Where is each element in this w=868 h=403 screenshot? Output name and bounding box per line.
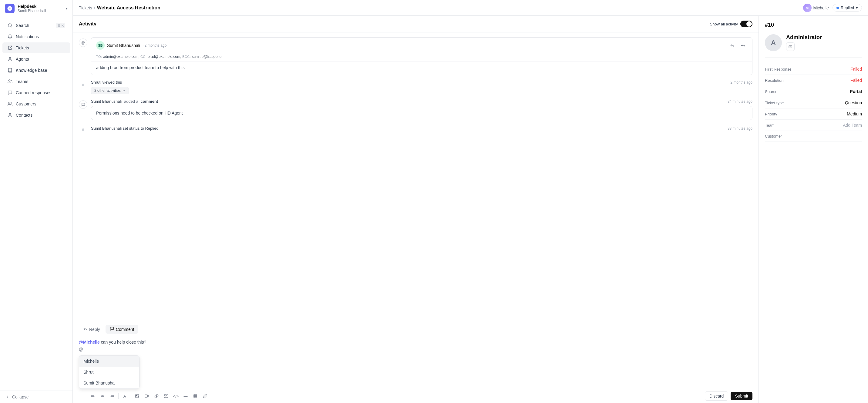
status-activity-time: 33 minutes ago: [727, 126, 752, 131]
sidebar-item-tickets[interactable]: Tickets: [2, 42, 70, 53]
sidebar-item-canned-responses[interactable]: Canned responses: [2, 87, 70, 98]
list-item: Sumit Bhanushali added a comment · 34 mi…: [79, 99, 752, 120]
align-center-button[interactable]: [98, 392, 107, 400]
quote-button[interactable]: [162, 392, 170, 400]
sidebar-chevron-icon[interactable]: ▾: [66, 6, 68, 11]
reply-icon[interactable]: [728, 41, 736, 50]
sidebar-item-teams[interactable]: Teams: [2, 76, 70, 87]
sidebar-item-contacts[interactable]: Contacts: [2, 110, 70, 121]
show-all-toggle[interactable]: [740, 21, 752, 27]
breadcrumb: Tickets / Website Access Restriction: [79, 5, 160, 11]
link-button[interactable]: [152, 392, 161, 400]
table-button[interactable]: [191, 392, 199, 400]
sidebar-item-knowledge-base[interactable]: Knowledge base: [2, 65, 70, 76]
align-left-button[interactable]: [89, 392, 97, 400]
svg-line-1: [11, 26, 12, 27]
reply-all-icon[interactable]: [739, 41, 747, 50]
person-icon: [7, 56, 13, 62]
mention-option-sumit[interactable]: Sumit Bhanushali: [79, 377, 139, 389]
svg-rect-28: [145, 395, 148, 397]
collapse-button[interactable]: Collapse: [5, 395, 68, 399]
users-icon: [7, 101, 13, 107]
sidebar-item-label: Tickets: [16, 45, 29, 50]
mention-option-shruti[interactable]: Shruti: [79, 367, 139, 377]
topbar-right: M Michelle Replied ▾: [803, 4, 862, 12]
sidebar-item-notifications[interactable]: Notifications: [2, 31, 70, 42]
breadcrumb-tickets[interactable]: Tickets: [79, 5, 92, 10]
topbar: Tickets / Website Access Restriction M M…: [73, 0, 868, 16]
team-row: Team Add Team: [765, 120, 862, 131]
toolbar-actions: Discard Submit: [705, 392, 752, 401]
list-ul-button[interactable]: [79, 392, 87, 400]
content-area: Activity Show all activity @: [73, 16, 868, 403]
activity-toggle-row: Show all activity: [710, 21, 752, 27]
sidebar-item-label: Customers: [16, 102, 36, 106]
comment-tab-label: Comment: [116, 327, 134, 332]
video-button[interactable]: [143, 392, 151, 400]
mention-option-michelle[interactable]: Michelle: [79, 356, 139, 367]
source-value: Portal: [850, 89, 862, 94]
ticket-type-label: Ticket type: [765, 101, 784, 105]
sidebar-item-search[interactable]: Search ⌘ K: [2, 20, 70, 31]
svg-point-0: [8, 24, 11, 27]
team-value[interactable]: Add Team: [843, 123, 862, 128]
status-badge[interactable]: Replied ▾: [833, 4, 862, 11]
image-button[interactable]: [133, 392, 141, 400]
activity-icon-col: [79, 125, 87, 131]
resolution-label: Resolution: [765, 78, 783, 83]
sidebar-item-agents[interactable]: Agents: [2, 54, 70, 65]
comment-tab-icon: [110, 327, 114, 332]
attachment-button[interactable]: [201, 392, 209, 400]
canned-icon: [7, 90, 13, 96]
sidebar-item-label: Notifications: [16, 34, 39, 39]
sidebar-item-label: Canned responses: [16, 90, 52, 95]
sidebar-item-customers[interactable]: Customers: [2, 98, 70, 109]
at-symbol: @: [79, 347, 752, 352]
sender-avatar: SB: [96, 41, 105, 50]
submit-button[interactable]: Submit: [731, 392, 752, 400]
code-button[interactable]: </>: [172, 392, 180, 400]
toggle-knob: [746, 21, 752, 27]
reply-tabs: Reply Comment: [79, 325, 752, 334]
status-label: Replied: [841, 5, 854, 10]
source-row: Source Portal: [765, 86, 862, 97]
status-dot: [836, 7, 839, 9]
activity-row: Shruti viewed this 2 months ago: [91, 80, 752, 85]
priority-label: Priority: [765, 112, 777, 116]
ticket-details: First Response Failed Resolution Failed …: [765, 64, 862, 142]
list-item: @ SB Sumit Bhanushali · 2 months ago: [79, 37, 752, 75]
sidebar-brand: Helpdesk Sumit Bhanushali: [18, 4, 63, 13]
svg-point-4: [8, 80, 10, 81]
tab-reply[interactable]: Reply: [79, 325, 104, 334]
sidebar: Helpdesk Sumit Bhanushali ▾ Search ⌘ K N…: [0, 0, 73, 403]
mention-dropdown: Michelle Shruti Sumit Bhanushali: [79, 356, 140, 389]
discard-button[interactable]: Discard: [705, 392, 728, 401]
comment-icon: [79, 100, 87, 109]
reply-editor[interactable]: @Michelle can you help close this? @: [79, 337, 752, 354]
brand-sub: Sumit Bhanushali: [18, 9, 63, 13]
contact-email-icon[interactable]: [786, 42, 795, 51]
reply-tab-label: Reply: [89, 327, 100, 332]
source-label: Source: [765, 90, 777, 94]
align-right-button[interactable]: [108, 392, 117, 400]
editor-content[interactable]: @Michelle can you help close this?: [79, 340, 752, 344]
teams-icon: [7, 79, 13, 84]
brand-name: Helpdesk: [18, 4, 63, 9]
search-icon: [7, 23, 13, 28]
ticket-icon: [7, 45, 13, 51]
tab-comment[interactable]: Comment: [105, 325, 138, 334]
comment-header-left: Sumit Bhanushali added a comment: [91, 99, 158, 104]
status-activity-row: Sumit Bhanushali set status to Replied 3…: [91, 125, 752, 131]
activity-panel: Activity Show all activity @: [73, 16, 759, 403]
team-label: Team: [765, 123, 775, 128]
page-title: Website Access Restriction: [97, 5, 160, 11]
editor-body-text: can you help close this?: [101, 340, 146, 344]
hr-button[interactable]: —: [181, 392, 190, 400]
contact-avatar: A: [765, 34, 782, 51]
email-actions: [728, 41, 747, 50]
expand-activities-button[interactable]: 2 other activities: [91, 87, 129, 94]
at-icon: @: [79, 38, 87, 47]
font-color-button[interactable]: A: [120, 392, 129, 400]
customer-label: Customer: [765, 134, 782, 138]
activity-header: Activity Show all activity: [73, 16, 758, 32]
